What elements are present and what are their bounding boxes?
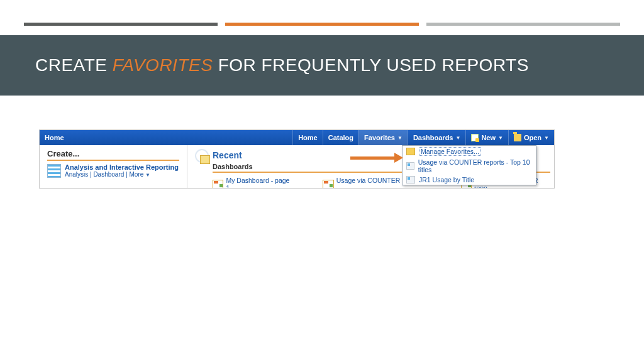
nav-catalog[interactable]: Catalog [323, 130, 358, 145]
title-accent: FAVORITES [113, 55, 213, 75]
create-item-title: Analysis and Interactive Reporting [65, 163, 179, 171]
folder-open-icon [514, 134, 521, 141]
chevron-down-icon: ▼ [145, 172, 150, 178]
stripe [24, 23, 218, 26]
create-item-sub: Analysis | Dashboard | More ▼ [65, 171, 179, 178]
chevron-down-icon: ▼ [498, 135, 503, 141]
chevron-down-icon: ▼ [397, 135, 402, 141]
create-heading: Create... [47, 149, 179, 161]
recent-item[interactable]: My Dashboard - page 1 [213, 177, 292, 189]
title-post: FOR FREQUENTLY USED REPORTS [213, 55, 529, 75]
decorative-stripes [24, 23, 620, 26]
chevron-down-icon: ▼ [544, 135, 549, 141]
slide-title: CREATE FAVORITES FOR FREQUENTLY USED REP… [35, 55, 529, 75]
new-doc-icon [471, 134, 479, 141]
report-icon [406, 176, 415, 184]
favorites-dropdown: Manage Favorites... Usage via COUNTER re… [402, 145, 536, 185]
slide-title-band: CREATE FAVORITES FOR FREQUENTLY USED REP… [0, 35, 644, 96]
stripe [225, 23, 419, 26]
nav-favorites[interactable]: Favorites▼ [358, 130, 408, 145]
folder-manage-icon [406, 148, 415, 155]
stripe [426, 23, 620, 26]
manage-favorites-item[interactable]: Manage Favorites... [402, 146, 536, 157]
recent-icon [195, 149, 209, 163]
nav-new[interactable]: New▼ [465, 130, 508, 145]
dashboard-icon [213, 180, 223, 189]
favorite-item[interactable]: Usage via COUNTER reports - Top 10 title… [402, 157, 536, 175]
dashboard-icon [323, 180, 333, 189]
chevron-down-icon: ▼ [455, 135, 460, 141]
analysis-icon [47, 164, 61, 178]
nav-home[interactable]: Home [292, 130, 323, 145]
nav-dashboards[interactable]: Dashboards▼ [408, 130, 466, 145]
recent-heading: Recent [213, 150, 242, 162]
report-icon [406, 162, 414, 170]
create-item[interactable]: Analysis and Interactive Reporting Analy… [47, 161, 179, 178]
app-top-bar: Home Home Catalog Favorites▼ Dashboards▼… [40, 130, 554, 145]
app-screenshot: Home Home Catalog Favorites▼ Dashboards▼… [39, 129, 555, 189]
create-pane: Create... Analysis and Interactive Repor… [40, 145, 183, 189]
favorite-item[interactable]: JR1 Usage by Title [402, 175, 536, 185]
title-pre: CREATE [35, 55, 113, 75]
app-title: Home [40, 134, 292, 141]
nav-open[interactable]: Open▼ [508, 130, 554, 145]
